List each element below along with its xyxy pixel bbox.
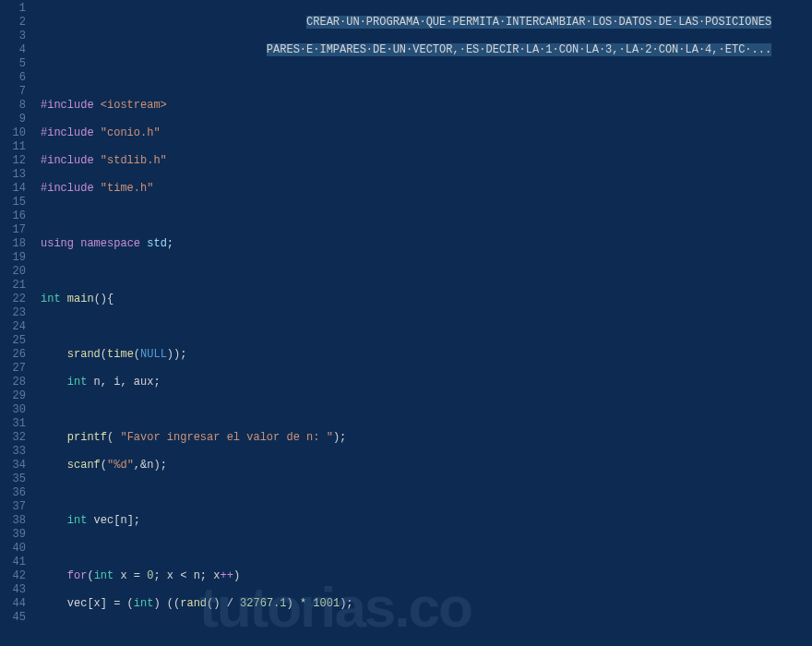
code-line: #include "conio.h" bbox=[41, 126, 805, 140]
line-number: 34 bbox=[0, 459, 26, 473]
line-number: 35 bbox=[0, 473, 26, 486]
code-line: PARES·E·IMPARES·DE·UN·VECTOR,·ES·DECIR·L… bbox=[41, 43, 805, 57]
code-editor[interactable]: 1234567891011121314151617181920212223242… bbox=[0, 0, 812, 646]
line-number: 31 bbox=[0, 417, 26, 431]
code-line: #include "stdlib.h" bbox=[41, 154, 805, 168]
line-number: 7 bbox=[0, 85, 26, 99]
line-number: 26 bbox=[0, 348, 26, 362]
code-area[interactable]: CREAR·UN·PROGRAMA·QUE·PERMITA·INTERCAMBI… bbox=[33, 0, 812, 646]
code-line: CREAR·UN·PROGRAMA·QUE·PERMITA·INTERCAMBI… bbox=[41, 16, 805, 30]
code-line: int n, i, aux; bbox=[41, 376, 805, 389]
line-number: 37 bbox=[0, 500, 26, 514]
line-number: 5 bbox=[0, 57, 26, 71]
code-line: #include "time.h" bbox=[41, 182, 805, 196]
line-number: 44 bbox=[0, 597, 26, 611]
code-line bbox=[41, 71, 805, 85]
code-line bbox=[41, 320, 805, 334]
line-number: 1 bbox=[0, 2, 26, 16]
code-line: int main(){ bbox=[41, 293, 805, 306]
line-number: 9 bbox=[0, 113, 26, 126]
line-number: 4 bbox=[0, 43, 26, 57]
line-number: 24 bbox=[0, 320, 26, 334]
line-number: 45 bbox=[0, 611, 26, 625]
code-line: scanf("%d",&n); bbox=[41, 459, 805, 473]
code-line: using namespace std; bbox=[41, 237, 805, 251]
line-number: 29 bbox=[0, 389, 26, 403]
code-line: #include <iostream> bbox=[41, 99, 805, 113]
line-number: 15 bbox=[0, 196, 26, 209]
line-number: 41 bbox=[0, 556, 26, 569]
line-number: 17 bbox=[0, 223, 26, 237]
selected-comment: CREAR·UN·PROGRAMA·QUE·PERMITA·INTERCAMBI… bbox=[306, 16, 771, 29]
code-line bbox=[41, 542, 805, 556]
selected-comment: PARES·E·IMPARES·DE·UN·VECTOR,·ES·DECIR·L… bbox=[267, 43, 771, 56]
line-number: 2 bbox=[0, 16, 26, 30]
code-line: for(int x = 0; x < n; x++) bbox=[41, 569, 805, 583]
code-line: int vec[n]; bbox=[41, 514, 805, 528]
line-number: 16 bbox=[0, 209, 26, 223]
line-number: 27 bbox=[0, 362, 26, 376]
line-number: 14 bbox=[0, 182, 26, 196]
line-number: 19 bbox=[0, 251, 26, 265]
code-line bbox=[41, 403, 805, 417]
line-number: 21 bbox=[0, 279, 26, 293]
code-line: vec[x] = (int) ((rand() / 32767.1) * 100… bbox=[41, 597, 805, 611]
line-number: 32 bbox=[0, 431, 26, 445]
line-number-gutter: 1234567891011121314151617181920212223242… bbox=[0, 0, 33, 646]
line-number: 23 bbox=[0, 306, 26, 320]
code-line bbox=[41, 486, 805, 500]
line-number: 25 bbox=[0, 334, 26, 348]
line-number: 43 bbox=[0, 583, 26, 597]
line-number: 36 bbox=[0, 486, 26, 500]
line-number: 18 bbox=[0, 237, 26, 251]
line-number: 40 bbox=[0, 542, 26, 556]
code-line bbox=[41, 209, 805, 223]
line-number: 22 bbox=[0, 293, 26, 306]
line-number: 12 bbox=[0, 154, 26, 168]
line-number: 13 bbox=[0, 168, 26, 182]
line-number: 42 bbox=[0, 569, 26, 583]
line-number: 30 bbox=[0, 403, 26, 417]
line-number: 11 bbox=[0, 140, 26, 154]
code-line: srand(time(NULL)); bbox=[41, 348, 805, 362]
line-number: 28 bbox=[0, 376, 26, 389]
line-number: 38 bbox=[0, 514, 26, 528]
code-line: printf( "Favor ingresar el valor de n: "… bbox=[41, 431, 805, 445]
line-number: 6 bbox=[0, 71, 26, 85]
line-number: 3 bbox=[0, 30, 26, 43]
line-number: 10 bbox=[0, 126, 26, 140]
line-number: 20 bbox=[0, 265, 26, 279]
code-line bbox=[41, 265, 805, 279]
line-number: 8 bbox=[0, 99, 26, 113]
line-number: 33 bbox=[0, 445, 26, 459]
code-line bbox=[41, 625, 805, 639]
line-number: 39 bbox=[0, 528, 26, 542]
